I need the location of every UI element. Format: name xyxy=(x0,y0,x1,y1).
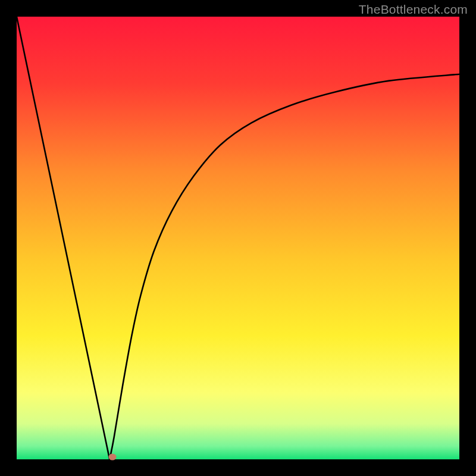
optimal-point-marker xyxy=(109,453,117,460)
plot-area xyxy=(17,17,459,459)
chart-frame: TheBottleneck.com xyxy=(0,0,476,476)
curve-layer xyxy=(17,17,459,459)
bottleneck-curve xyxy=(17,17,459,459)
watermark-text: TheBottleneck.com xyxy=(359,2,468,17)
